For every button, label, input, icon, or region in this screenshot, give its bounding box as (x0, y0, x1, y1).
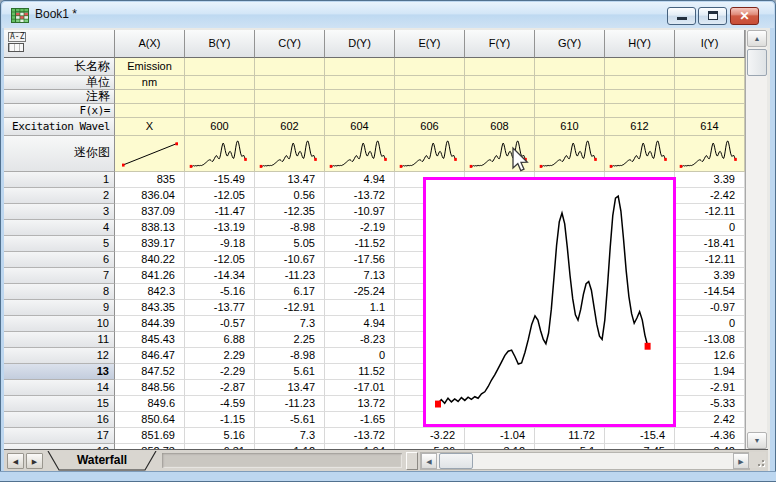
data-cell[interactable]: 6.88 (185, 332, 255, 348)
data-cell[interactable]: -8.23 (325, 332, 395, 348)
data-cell[interactable]: -11.47 (185, 204, 255, 220)
header-cell[interactable] (255, 76, 325, 90)
data-cell[interactable]: -5.16 (185, 284, 255, 300)
data-cell[interactable]: -12.91 (255, 300, 325, 316)
data-cell[interactable]: 838.13 (115, 220, 185, 236)
header-row-label[interactable]: 迷你图 (4, 136, 115, 172)
col-header-C(Y)[interactable]: C(Y) (255, 30, 325, 58)
close-button[interactable]: ✕ (730, 7, 759, 25)
data-cell[interactable]: -12.11 (675, 204, 745, 220)
data-cell[interactable]: 844.39 (115, 316, 185, 332)
data-cell[interactable]: 850.64 (115, 412, 185, 428)
row-header-15[interactable]: 15 (4, 396, 115, 412)
data-cell[interactable]: 848.56 (115, 380, 185, 396)
header-cell[interactable] (325, 104, 395, 118)
data-cell[interactable]: -12.05 (185, 188, 255, 204)
data-cell[interactable]: -17.01 (325, 380, 395, 396)
data-cell[interactable]: 841.26 (115, 268, 185, 284)
col-header-H(Y)[interactable]: H(Y) (605, 30, 675, 58)
horizontal-scroll-thumb[interactable] (439, 453, 473, 469)
data-cell[interactable]: -10.67 (255, 252, 325, 268)
data-cell[interactable]: 846.47 (115, 348, 185, 364)
data-cell[interactable]: -1.15 (185, 412, 255, 428)
data-cell[interactable]: -10.97 (325, 204, 395, 220)
data-cell[interactable]: -12.35 (255, 204, 325, 220)
col-header-D(Y)[interactable]: D(Y) (325, 30, 395, 58)
scroll-left-button[interactable]: ◀ (421, 453, 437, 469)
data-cell[interactable]: 7.13 (325, 268, 395, 284)
header-cell[interactable] (395, 58, 465, 76)
col-header-A(X)[interactable]: A(X) (115, 30, 185, 58)
data-cell[interactable]: 845.43 (115, 332, 185, 348)
header-cell[interactable] (325, 76, 395, 90)
col-header-E(Y)[interactable]: E(Y) (395, 30, 465, 58)
data-cell[interactable]: 11.52 (325, 364, 395, 380)
data-cell[interactable]: 6.17 (255, 284, 325, 300)
data-cell[interactable]: -15.4 (605, 428, 675, 444)
data-cell[interactable]: 843.35 (115, 300, 185, 316)
scroll-down-button[interactable]: ▼ (747, 432, 767, 449)
row-header-7[interactable]: 7 (4, 268, 115, 284)
data-cell[interactable]: -17.56 (325, 252, 395, 268)
data-cell[interactable]: -13.77 (185, 300, 255, 316)
header-cell[interactable] (535, 104, 605, 118)
row-header-12[interactable]: 12 (4, 348, 115, 364)
col-header-B(Y)[interactable]: B(Y) (185, 30, 255, 58)
tab-scroll-right-button[interactable]: ▶ (26, 453, 43, 469)
data-cell[interactable]: -0.57 (185, 316, 255, 332)
scroll-right-button[interactable]: ▶ (733, 453, 749, 469)
data-cell[interactable]: 7.3 (255, 428, 325, 444)
row-header-8[interactable]: 8 (4, 284, 115, 300)
data-cell[interactable]: -1.65 (325, 412, 395, 428)
data-cell[interactable]: 836.04 (115, 188, 185, 204)
vertical-scroll-thumb[interactable] (747, 49, 767, 76)
data-cell[interactable]: 1.94 (675, 364, 745, 380)
row-header-11[interactable]: 11 (4, 332, 115, 348)
header-row-label[interactable]: 注释 (4, 90, 115, 104)
data-cell[interactable]: 835 (115, 172, 185, 188)
row-header-3[interactable]: 3 (4, 204, 115, 220)
data-cell[interactable]: -15.49 (185, 172, 255, 188)
sparkline-cell[interactable] (535, 136, 605, 172)
data-cell[interactable]: 2.25 (255, 332, 325, 348)
header-cell[interactable] (185, 90, 255, 104)
sparkline-cell[interactable] (605, 136, 675, 172)
header-cell[interactable] (605, 104, 675, 118)
data-cell[interactable]: 13.47 (255, 172, 325, 188)
data-cell[interactable]: -11.23 (255, 396, 325, 412)
sparkline-cell[interactable] (255, 136, 325, 172)
header-cell[interactable]: 602 (255, 118, 325, 136)
data-cell[interactable]: 7.3 (255, 316, 325, 332)
data-cell[interactable]: 13.72 (325, 396, 395, 412)
data-cell[interactable]: 849.6 (115, 396, 185, 412)
data-cell[interactable]: -2.87 (185, 380, 255, 396)
horizontal-scrollbar[interactable]: ◀ ▶ (420, 452, 750, 470)
data-cell[interactable]: 3.39 (675, 268, 745, 284)
sparkline-cell[interactable] (185, 136, 255, 172)
row-header-9[interactable]: 9 (4, 300, 115, 316)
data-cell[interactable]: 837.09 (115, 204, 185, 220)
corner-sort-cell[interactable]: A-Z (4, 30, 115, 58)
data-cell[interactable]: -13.19 (185, 220, 255, 236)
row-header-14[interactable]: 14 (4, 380, 115, 396)
data-cell[interactable]: 3.39 (675, 172, 745, 188)
header-cell[interactable] (465, 76, 535, 90)
tab-waterfall[interactable]: Waterfall (46, 451, 158, 471)
header-cell[interactable] (185, 104, 255, 118)
data-cell[interactable]: 4.94 (325, 172, 395, 188)
data-cell[interactable]: -2.19 (325, 220, 395, 236)
data-cell[interactable]: 13.47 (255, 380, 325, 396)
header-cell[interactable]: 614 (675, 118, 745, 136)
row-header-6[interactable]: 6 (4, 252, 115, 268)
header-cell[interactable] (465, 58, 535, 76)
restore-button[interactable] (698, 7, 727, 25)
header-cell[interactable]: 604 (325, 118, 395, 136)
row-header-2[interactable]: 2 (4, 188, 115, 204)
data-cell[interactable]: 4.94 (325, 316, 395, 332)
data-cell[interactable]: 2.42 (675, 412, 745, 428)
data-cell[interactable]: 5.05 (255, 236, 325, 252)
header-cell[interactable] (395, 90, 465, 104)
data-cell[interactable]: -2.42 (675, 188, 745, 204)
header-cell[interactable] (255, 90, 325, 104)
data-cell[interactable]: 5.16 (185, 428, 255, 444)
